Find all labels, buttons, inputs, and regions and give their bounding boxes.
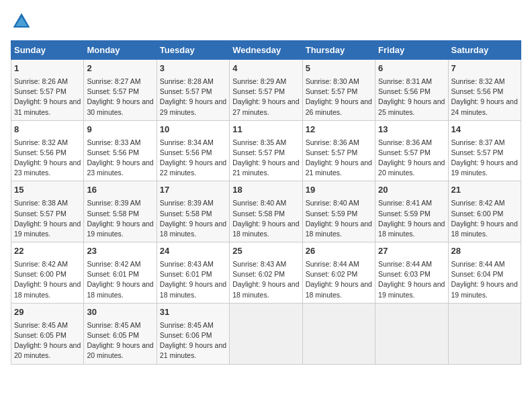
daylight-minutes: 18 minutes. [232, 290, 299, 300]
day-number: 7 [451, 62, 518, 75]
sunset-text: Sunset: 5:56 PM [87, 148, 153, 158]
calendar-cell: 30Sunrise: 8:45 AMSunset: 6:05 PMDayligh… [84, 303, 157, 364]
day-info: Sunrise: 8:41 AMSunset: 5:59 PMDaylight:… [378, 198, 445, 239]
calendar-cell: 5Sunrise: 8:30 AMSunset: 5:57 PMDaylight… [302, 60, 375, 121]
daylight-minutes: 18 minutes. [451, 229, 518, 239]
daylight-text: Daylight: 9 hours and [451, 279, 518, 289]
day-info: Sunrise: 8:27 AMSunset: 5:57 PMDaylight:… [87, 77, 153, 118]
calendar-cell: 25Sunrise: 8:43 AMSunset: 6:02 PMDayligh… [230, 242, 302, 304]
daylight-text: Daylight: 9 hours and [87, 219, 153, 229]
calendar-body: 1Sunrise: 8:26 AMSunset: 5:57 PMDaylight… [11, 60, 521, 365]
sunset-text: Sunset: 5:57 PM [232, 87, 299, 97]
daylight-minutes: 20 minutes. [378, 168, 445, 178]
daylight-minutes: 19 minutes. [451, 290, 518, 300]
sunrise-text: Sunrise: 8:41 AM [378, 198, 445, 208]
daylight-text: Daylight: 9 hours and [14, 158, 81, 168]
sunset-text: Sunset: 6:03 PM [378, 269, 445, 279]
daylight-minutes: 26 minutes. [306, 107, 372, 118]
daylight-text: Daylight: 9 hours and [160, 158, 226, 168]
sunrise-text: Sunrise: 8:36 AM [306, 138, 372, 148]
calendar-cell: 3Sunrise: 8:28 AMSunset: 5:57 PMDaylight… [157, 60, 229, 121]
sunset-text: Sunset: 5:57 PM [306, 148, 372, 158]
daylight-text: Daylight: 9 hours and [378, 219, 445, 229]
sunset-text: Sunset: 6:02 PM [232, 269, 299, 279]
daylight-text: Daylight: 9 hours and [160, 279, 226, 289]
calendar-cell: 13Sunrise: 8:36 AMSunset: 5:57 PMDayligh… [375, 120, 448, 181]
sunset-text: Sunset: 5:57 PM [451, 148, 518, 158]
daylight-text: Daylight: 9 hours and [306, 279, 372, 289]
daylight-minutes: 19 minutes. [87, 229, 153, 239]
day-number: 5 [306, 62, 372, 75]
day-number: 6 [378, 62, 445, 75]
sunset-text: Sunset: 5:57 PM [378, 148, 445, 158]
sunrise-text: Sunrise: 8:28 AM [160, 77, 226, 87]
day-number: 25 [232, 245, 299, 258]
calendar-header: SundayMondayTuesdayWednesdayThursdayFrid… [11, 41, 521, 60]
daylight-minutes: 19 minutes. [14, 229, 81, 239]
day-number: 15 [14, 184, 81, 197]
calendar-cell: 27Sunrise: 8:44 AMSunset: 6:03 PMDayligh… [375, 242, 448, 304]
sunrise-text: Sunrise: 8:45 AM [160, 320, 226, 330]
sunrise-text: Sunrise: 8:32 AM [14, 138, 81, 148]
calendar-cell: 29Sunrise: 8:45 AMSunset: 6:05 PMDayligh… [11, 303, 84, 364]
calendar-cell: 20Sunrise: 8:41 AMSunset: 5:59 PMDayligh… [375, 181, 448, 242]
daylight-minutes: 19 minutes. [451, 168, 518, 178]
daylight-text: Daylight: 9 hours and [378, 279, 445, 289]
header-day: Sunday [11, 41, 84, 60]
day-number: 21 [451, 184, 518, 197]
daylight-minutes: 19 minutes. [378, 290, 445, 300]
sunrise-text: Sunrise: 8:40 AM [232, 198, 299, 208]
day-number: 9 [87, 124, 153, 136]
header-day: Saturday [448, 41, 521, 60]
daylight-text: Daylight: 9 hours and [232, 219, 299, 229]
sunset-text: Sunset: 5:59 PM [378, 209, 445, 219]
daylight-minutes: 18 minutes. [232, 229, 299, 239]
daylight-minutes: 23 minutes. [87, 168, 153, 178]
week-row: 29Sunrise: 8:45 AMSunset: 6:05 PMDayligh… [11, 303, 521, 364]
day-number: 28 [451, 245, 518, 258]
calendar-cell [230, 303, 302, 364]
logo [11, 11, 35, 32]
calendar-cell [448, 303, 521, 364]
day-info: Sunrise: 8:32 AMSunset: 5:56 PMDaylight:… [451, 77, 518, 118]
sunrise-text: Sunrise: 8:36 AM [378, 138, 445, 148]
daylight-text: Daylight: 9 hours and [378, 158, 445, 168]
calendar-cell: 12Sunrise: 8:36 AMSunset: 5:57 PMDayligh… [302, 120, 375, 181]
day-number: 23 [87, 245, 153, 258]
daylight-minutes: 18 minutes. [306, 290, 372, 300]
day-number: 14 [451, 124, 518, 136]
sunrise-text: Sunrise: 8:45 AM [14, 320, 81, 330]
header-day: Thursday [302, 41, 375, 60]
daylight-text: Daylight: 9 hours and [14, 279, 81, 289]
daylight-text: Daylight: 9 hours and [160, 219, 226, 229]
daylight-text: Daylight: 9 hours and [87, 279, 153, 289]
day-number: 1 [14, 62, 81, 75]
day-info: Sunrise: 8:40 AMSunset: 5:58 PMDaylight:… [232, 198, 299, 239]
calendar-cell [375, 303, 448, 364]
daylight-text: Daylight: 9 hours and [14, 97, 81, 107]
sunset-text: Sunset: 5:58 PM [87, 209, 153, 219]
daylight-text: Daylight: 9 hours and [451, 97, 518, 107]
sunrise-text: Sunrise: 8:44 AM [306, 259, 372, 269]
day-info: Sunrise: 8:42 AMSunset: 6:00 PMDaylight:… [14, 259, 81, 300]
calendar-cell: 10Sunrise: 8:34 AMSunset: 5:56 PMDayligh… [157, 120, 229, 181]
header-day: Monday [84, 41, 157, 60]
sunset-text: Sunset: 6:01 PM [160, 269, 226, 279]
sunset-text: Sunset: 5:57 PM [14, 209, 81, 219]
calendar-cell: 23Sunrise: 8:42 AMSunset: 6:01 PMDayligh… [84, 242, 157, 304]
sunrise-text: Sunrise: 8:35 AM [232, 138, 299, 148]
sunrise-text: Sunrise: 8:43 AM [160, 259, 226, 269]
day-number: 8 [14, 124, 81, 136]
daylight-text: Daylight: 9 hours and [232, 97, 299, 107]
daylight-minutes: 18 minutes. [306, 229, 372, 239]
sunrise-text: Sunrise: 8:40 AM [306, 198, 372, 208]
day-info: Sunrise: 8:35 AMSunset: 5:57 PMDaylight:… [232, 138, 299, 179]
daylight-minutes: 22 minutes. [160, 168, 226, 178]
calendar-cell: 4Sunrise: 8:29 AMSunset: 5:57 PMDaylight… [230, 60, 302, 121]
day-info: Sunrise: 8:40 AMSunset: 5:59 PMDaylight:… [306, 198, 372, 239]
calendar-cell: 26Sunrise: 8:44 AMSunset: 6:02 PMDayligh… [302, 242, 375, 304]
sunrise-text: Sunrise: 8:30 AM [306, 77, 372, 87]
daylight-text: Daylight: 9 hours and [451, 158, 518, 168]
sunset-text: Sunset: 5:58 PM [160, 209, 226, 219]
daylight-text: Daylight: 9 hours and [306, 158, 372, 168]
